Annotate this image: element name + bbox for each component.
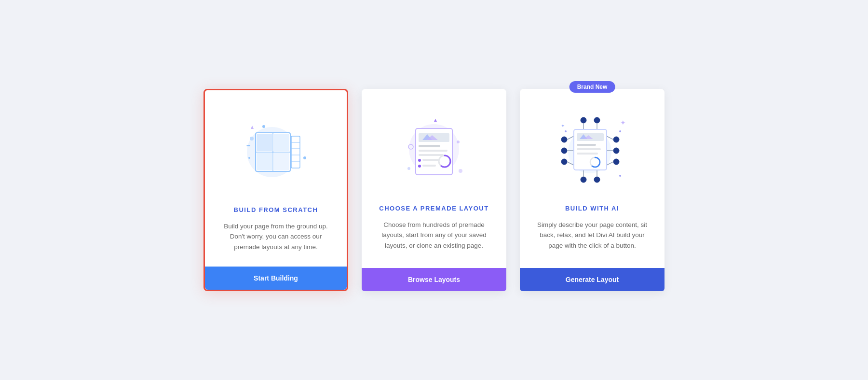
svg-point-29	[418, 165, 421, 168]
svg-point-15	[303, 156, 306, 159]
card-desc-ai: Simply describe your page content, sit b…	[534, 220, 650, 251]
svg-point-70	[619, 175, 621, 177]
svg-point-42	[613, 137, 619, 142]
card-illustration-premade	[362, 89, 506, 200]
card-build-from-scratch[interactable]: BUILD FROM SCRATCH Build your page from …	[203, 89, 348, 292]
svg-rect-8	[291, 136, 300, 168]
svg-rect-26	[419, 154, 444, 156]
svg-point-40	[561, 148, 567, 154]
card-illustration-ai: ✦ ✦	[520, 89, 665, 200]
svg-point-47	[581, 177, 586, 183]
svg-point-17	[262, 125, 265, 128]
svg-point-45	[581, 117, 586, 123]
card-desc-premade: Choose from hundreds of premade layouts,…	[376, 220, 492, 251]
svg-point-13	[250, 137, 254, 141]
svg-rect-30	[422, 165, 436, 167]
svg-text:✦: ✦	[620, 119, 626, 127]
svg-rect-63	[577, 144, 596, 146]
svg-rect-7	[274, 153, 289, 170]
svg-text:✦: ✦	[561, 123, 565, 128]
svg-point-48	[594, 177, 600, 183]
svg-line-52	[607, 136, 613, 140]
svg-rect-24	[419, 145, 440, 147]
svg-point-44	[613, 159, 619, 165]
svg-point-68	[565, 130, 567, 132]
svg-point-27	[418, 159, 421, 162]
card-title-scratch: BUILD FROM SCRATCH	[219, 206, 332, 213]
svg-marker-35	[434, 119, 437, 122]
card-title-ai: BUILD WITH AI	[534, 205, 650, 212]
brand-new-badge: Brand New	[570, 81, 615, 93]
svg-marker-14	[251, 126, 254, 129]
svg-point-41	[561, 159, 567, 165]
svg-point-34	[457, 141, 460, 143]
svg-point-43	[613, 148, 619, 154]
svg-point-46	[594, 117, 600, 123]
start-building-button[interactable]: Start Building	[205, 267, 347, 290]
card-build-with-ai[interactable]: Brand New	[520, 89, 665, 292]
card-body-ai: BUILD WITH AI Simply describe your page …	[520, 200, 665, 268]
card-desc-scratch: Build your page from the ground up. Don'…	[219, 221, 332, 253]
svg-point-16	[248, 157, 250, 159]
svg-rect-65	[577, 153, 598, 155]
svg-point-37	[407, 167, 410, 170]
card-body-scratch: BUILD FROM SCRATCH Build your page from …	[205, 201, 347, 267]
card-premade-layout[interactable]: CHOOSE A PREMADE LAYOUT Choose from hund…	[362, 89, 506, 292]
svg-rect-4	[257, 134, 272, 151]
svg-point-36	[459, 169, 462, 173]
browse-layouts-button[interactable]: Browse Layouts	[362, 268, 506, 291]
svg-rect-28	[422, 159, 439, 161]
cards-container: BUILD FROM SCRATCH Build your page from …	[203, 60, 665, 321]
card-illustration-scratch	[205, 90, 347, 201]
svg-rect-64	[577, 148, 601, 150]
svg-rect-5	[274, 134, 289, 151]
svg-point-69	[619, 130, 621, 132]
svg-rect-6	[257, 153, 272, 170]
generate-layout-button[interactable]: Generate Layout	[520, 268, 665, 291]
card-title-premade: CHOOSE A PREMADE LAYOUT	[376, 205, 492, 212]
svg-rect-25	[419, 150, 448, 152]
svg-point-39	[561, 137, 567, 142]
card-body-premade: CHOOSE A PREMADE LAYOUT Choose from hund…	[362, 200, 506, 268]
